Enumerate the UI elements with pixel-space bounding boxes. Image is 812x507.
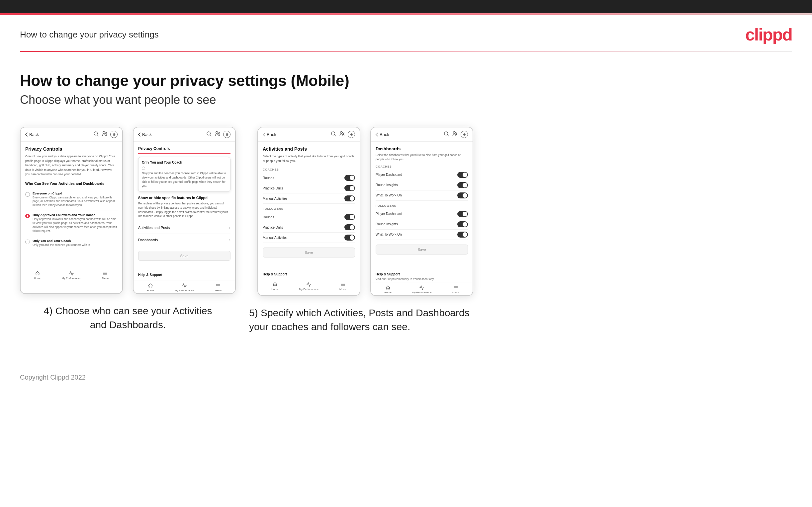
- dashboards-section-desc: Select the dashboards that you'd like to…: [375, 153, 468, 162]
- activities-posts-item[interactable]: Activities and Posts ›: [138, 222, 231, 234]
- toggle-followers-round-insights-switch[interactable]: [457, 221, 468, 227]
- back-button-3[interactable]: Back: [263, 132, 276, 137]
- radio-circle-everyone: [25, 192, 30, 197]
- radio-approved[interactable]: Only Approved Followers and Your Coach O…: [25, 210, 117, 236]
- toggle-followers-manual: Manual Activities: [263, 233, 355, 243]
- more-icon-4[interactable]: ⊕: [461, 131, 468, 138]
- people-icon-2[interactable]: [214, 131, 220, 137]
- show-hide-title: Show or hide specific features in Clippd: [138, 196, 231, 200]
- phone-content-2: Privacy Controls Only You and Your Coach…: [134, 142, 235, 268]
- more-icon-3[interactable]: ⊕: [348, 131, 355, 138]
- activities-posts-title: Activities and Posts: [263, 146, 355, 152]
- radio-approved-label: Only Approved Followers and Your Coach: [33, 213, 117, 217]
- back-button-4[interactable]: Back: [375, 132, 389, 137]
- coaches-player-dash-label: Player Dashboard: [375, 173, 402, 176]
- toggle-followers-player-dash-switch[interactable]: [457, 211, 468, 217]
- screenshot-group-2: Back ⊕ Activities and Posts Select the t…: [249, 127, 481, 334]
- page-subtitle: Choose what you want people to see: [20, 93, 792, 107]
- toggle-coaches-rounds-switch[interactable]: [344, 175, 355, 181]
- radio-only-you[interactable]: Only You and Your Coach Only you and the…: [25, 236, 117, 250]
- save-button-3[interactable]: Save: [263, 247, 355, 258]
- nav-performance-label-3: My Performance: [299, 288, 319, 291]
- radio-only-you-desc: Only you and the coaches you connect wit…: [33, 243, 90, 247]
- followers-what-to-work-label: What To Work On: [375, 233, 402, 236]
- toggle-followers-what-to-work-switch[interactable]: [457, 232, 468, 238]
- back-button-2[interactable]: Back: [138, 132, 152, 137]
- phone-bottom-nav-1: Home My Performance Menu: [20, 268, 122, 281]
- radio-everyone-content: Everyone on Clippd Everyone on Clippd ca…: [33, 191, 117, 208]
- phone-screen-1: Back ⊕ Privacy Controls Control how you …: [20, 127, 123, 294]
- caption-2: 5) Specify which Activities, Posts and D…: [249, 306, 481, 334]
- svg-point-9: [216, 131, 218, 133]
- nav-home-3[interactable]: Home: [258, 282, 292, 291]
- nav-home-label-3: Home: [271, 288, 278, 291]
- nav-menu-3[interactable]: Menu: [326, 282, 360, 291]
- followers-manual-label: Manual Activities: [263, 236, 287, 239]
- toggle-coaches-manual-switch[interactable]: [344, 195, 355, 202]
- radio-everyone-label: Everyone on Clippd: [33, 191, 117, 195]
- toggle-followers-rounds: Rounds: [263, 212, 355, 222]
- search-icon-3[interactable]: [331, 131, 337, 137]
- toggle-followers-drills-switch[interactable]: [344, 224, 355, 230]
- nav-performance-1[interactable]: My Performance: [54, 271, 88, 280]
- people-icon-3[interactable]: [339, 131, 345, 137]
- people-icon-4[interactable]: [452, 131, 458, 137]
- radio-everyone[interactable]: Everyone on Clippd Everyone on Clippd ca…: [25, 189, 117, 211]
- nav-menu-1[interactable]: Menu: [88, 271, 122, 280]
- back-button-1[interactable]: Back: [25, 132, 39, 137]
- screenshot-group-1: Back ⊕ Privacy Controls Control how you …: [20, 127, 236, 332]
- followers-section-label: FOLLOWERS: [263, 207, 355, 210]
- nav-performance-3[interactable]: My Performance: [292, 282, 326, 291]
- main-content: How to change your privacy settings (Mob…: [0, 52, 812, 360]
- dashboards-label: Dashboards: [138, 238, 158, 242]
- tooltip-text: Only you and the coaches you connect wit…: [142, 171, 227, 188]
- phone-bottom-nav-2: Home My Performance Menu: [134, 280, 235, 293]
- save-button-2[interactable]: Save: [138, 251, 231, 261]
- svg-point-23: [453, 131, 455, 133]
- tooltip-radio-row: [142, 166, 227, 170]
- nav-performance-4[interactable]: My Performance: [405, 285, 439, 294]
- toggle-coaches-what-to-work-switch[interactable]: [457, 192, 468, 199]
- dashboards-item[interactable]: Dashboards ›: [138, 234, 231, 246]
- save-button-4[interactable]: Save: [375, 244, 468, 255]
- phone-topbar-4: Back ⊕: [371, 127, 472, 142]
- toggle-followers-manual-switch[interactable]: [344, 235, 355, 240]
- privacy-controls-tab: Privacy Controls: [138, 146, 170, 151]
- toggle-coaches-round-insights-switch[interactable]: [457, 182, 468, 188]
- toggle-followers-rounds-switch[interactable]: [344, 214, 355, 220]
- toggle-coaches-drills-switch[interactable]: [344, 185, 355, 191]
- nav-home-4[interactable]: Home: [371, 285, 405, 294]
- tooltip-title: Only You and Your Coach: [142, 161, 227, 164]
- search-icon-1[interactable]: [93, 131, 99, 137]
- coaches-round-insights-label: Round Insights: [375, 183, 398, 187]
- nav-menu-label-3: Menu: [340, 288, 346, 291]
- nav-menu-label-1: Menu: [102, 277, 109, 280]
- nav-menu-4[interactable]: Menu: [439, 285, 472, 294]
- people-icon-1[interactable]: [102, 131, 108, 137]
- search-icon-2[interactable]: [206, 131, 212, 137]
- nav-home-1[interactable]: Home: [20, 271, 54, 280]
- more-icon-2[interactable]: ⊕: [223, 131, 231, 138]
- phone-content-3: Activities and Posts Select the types of…: [258, 142, 360, 268]
- more-icon-1[interactable]: ⊕: [110, 131, 117, 138]
- phone-screen-3: Back ⊕ Activities and Posts Select the t…: [257, 127, 360, 296]
- svg-point-0: [94, 132, 98, 135]
- svg-point-21: [444, 132, 448, 135]
- nav-home-label-2: Home: [147, 289, 154, 292]
- search-icon-4[interactable]: [443, 131, 449, 137]
- help-desc-4: Visit our Clippd community to troublesho…: [375, 277, 468, 281]
- screenshots-grid: Back ⊕ Privacy Controls Control how you …: [20, 127, 792, 334]
- dashboards-section-title: Dashboards: [375, 146, 468, 151]
- nav-menu-2[interactable]: Menu: [201, 283, 235, 292]
- nav-performance-label-1: My Performance: [62, 277, 81, 280]
- coaches-what-to-work-label: What To Work On: [375, 193, 402, 197]
- svg-point-10: [218, 132, 220, 134]
- nav-home-2[interactable]: Home: [134, 283, 167, 292]
- nav-menu-label-4: Menu: [452, 291, 459, 294]
- nav-performance-2[interactable]: My Performance: [167, 283, 201, 292]
- nav-menu-label-2: Menu: [215, 289, 221, 292]
- svg-line-15: [335, 135, 336, 136]
- arrow-right-activities: ›: [229, 225, 231, 230]
- toggle-coaches-player-dash-switch[interactable]: [457, 172, 468, 178]
- tooltip-only-you: Only You and Your Coach Only you and the…: [138, 157, 231, 192]
